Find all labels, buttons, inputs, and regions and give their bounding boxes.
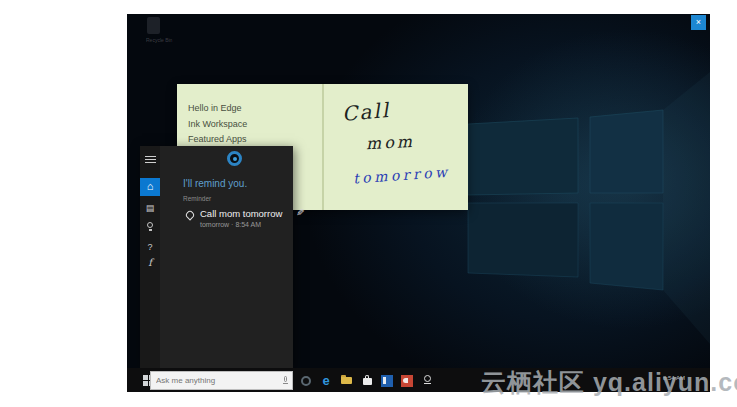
reminder-title: Call mom tomorrow (200, 208, 282, 219)
powerpoint-icon[interactable] (401, 375, 413, 387)
recycle-bin-shortcut[interactable]: Recycle Bin (146, 17, 160, 47)
cortana-logo-icon (227, 151, 242, 166)
handwriting-tomorrow: tomorrow (353, 164, 451, 187)
handwriting-mom: mom (366, 132, 416, 154)
cortana-main: I'll remind you. Reminder Call mom tomor… (160, 146, 293, 368)
reminder-section-label: Reminder (183, 195, 211, 202)
cortana-heading: I'll remind you. (183, 178, 247, 189)
note-line: Ink Workspace (188, 117, 247, 133)
location-pin-icon (184, 209, 195, 220)
feedback-icon[interactable]: f (140, 256, 160, 272)
microphone-icon[interactable] (283, 376, 288, 386)
reminder-item[interactable]: Call mom tomorrow tomorrow · 8:54 AM ✎ (178, 207, 306, 233)
windows-desktop: Recycle Bin Hello in Edge Ink Workspace … (127, 14, 710, 392)
file-explorer-icon[interactable] (341, 375, 353, 387)
notebook-icon[interactable]: ▤ (140, 201, 160, 217)
reminders-lightbulb-icon[interactable] (140, 220, 160, 236)
note-line: Hello in Edge (188, 101, 247, 117)
edge-browser-icon[interactable]: e (320, 375, 332, 387)
lightbulb-head (147, 222, 153, 228)
cortana-search-box[interactable] (150, 371, 293, 390)
recycle-bin-icon (147, 17, 160, 34)
hamburger-menu-icon[interactable] (140, 151, 160, 167)
handwriting-call: Call (341, 98, 391, 126)
cortana-taskbar-icon[interactable] (300, 375, 312, 387)
lightbulb-base (149, 229, 152, 231)
recycle-bin-label: Recycle Bin (146, 37, 160, 43)
mail-app-icon[interactable] (381, 375, 393, 387)
page: Recycle Bin Hello in Edge Ink Workspace … (0, 0, 737, 407)
store-icon[interactable] (361, 375, 373, 387)
tray-clock[interactable]: 8:54 AM (663, 375, 685, 381)
close-button[interactable]: × (691, 15, 706, 30)
help-icon[interactable]: ? (140, 240, 160, 256)
edit-pencil-icon[interactable]: ✎ (296, 207, 304, 218)
cortana-rail: ⌂ ▤ ? f (140, 146, 160, 368)
search-input[interactable] (156, 372, 274, 389)
taskbar: e 8:54 AM (127, 368, 710, 392)
note-text-lines: Hello in Edge Ink Workspace Featured App… (188, 101, 247, 148)
cortana-panel: ⌂ ▤ ? f I'll remind you. Reminder Call m… (140, 146, 293, 368)
note-divider (322, 84, 324, 210)
camera-icon[interactable] (421, 375, 433, 387)
reminder-time: tomorrow · 8:54 AM (200, 221, 261, 228)
home-icon[interactable]: ⌂ (140, 178, 160, 196)
